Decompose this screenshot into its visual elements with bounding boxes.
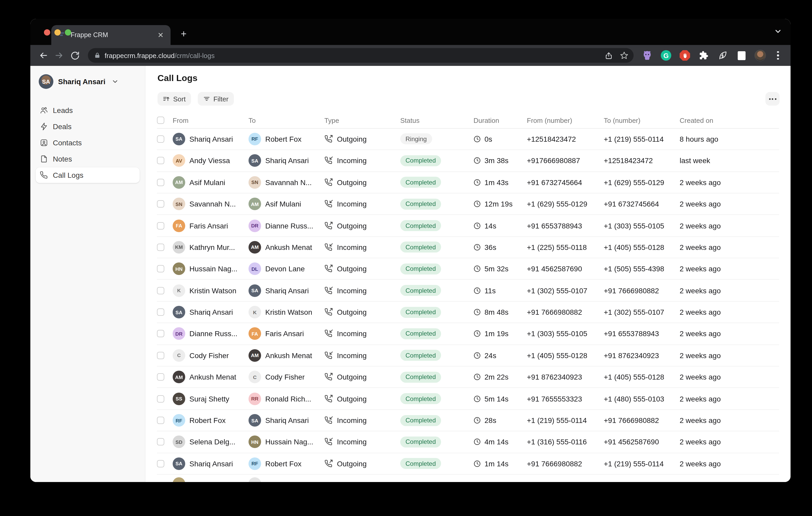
more-options-button[interactable] [765,92,780,105]
from-cell: CCody Fisher [173,349,249,362]
row-checkbox[interactable] [157,287,164,294]
row-checkbox[interactable] [157,460,164,467]
row-checkbox[interactable] [157,244,164,251]
call-type-cell: Outgoing [324,135,400,143]
created-on-cell: last week [679,157,779,165]
user-name: Shariq Ansari [58,78,106,86]
call-type-label: Incoming [337,330,367,338]
tab-close-icon[interactable]: ✕ [156,30,165,40]
sort-button[interactable]: Sort [157,92,191,105]
tab-search-chevron-icon[interactable] [774,27,782,35]
call-type-cell: Incoming [324,416,400,425]
extension-grammarly-icon[interactable]: G [660,50,672,61]
extension-github-icon[interactable] [641,50,653,61]
table-row[interactable]: KKristin WatsonSAShariq AnsariIncomingCo… [157,280,779,302]
row-checkbox[interactable] [157,308,164,316]
to-number-cell: +1 (405) 555-0128 [604,243,679,251]
avatar: RF [249,133,261,145]
select-all-checkbox[interactable] [157,117,164,124]
avatar: SA [249,284,261,297]
phone-outgoing-icon [324,265,333,273]
reload-icon[interactable] [68,49,82,62]
extension-puzzle-icon[interactable] [698,50,709,61]
clock-icon [473,135,481,143]
new-tab-button[interactable]: + [177,27,191,41]
row-checkbox[interactable] [157,417,164,424]
sidebar-item-deals[interactable]: Deals [36,119,140,134]
table-row[interactable]: HNHussain Nag...DLDevon LaneOutgoingComp… [157,258,779,280]
minimize-window-button[interactable] [54,29,61,35]
table-row[interactable]: DRDianne Russ...FAFaris AnsariIncomingCo… [157,323,779,345]
table-row[interactable]: FAFaris AnsariDRDianne Russ...OutgoingCo… [157,215,779,237]
call-type-label: Outgoing [337,308,367,316]
row-checkbox[interactable] [157,222,164,229]
row-checkbox[interactable] [157,395,164,402]
table-row[interactable]: SAShariq AnsariRFRobert FoxOutgoingCompl… [157,453,779,475]
forward-icon[interactable] [52,49,66,62]
avatar: AM [249,198,261,210]
extension-adblock-icon[interactable] [679,50,691,61]
window-controls [44,29,71,35]
call-type-label: Incoming [337,157,367,165]
duration-cell: 36s [473,243,527,251]
browser-profile-avatar[interactable] [754,50,766,61]
table-row[interactable]: CCody FisherAMAnkush MenatIncomingComple… [157,345,779,366]
table-row[interactable]: KMKathryn Mur...AMAnkush MenatIncomingCo… [157,237,779,258]
row-checkbox[interactable] [157,352,164,359]
bookmark-star-icon[interactable] [620,51,628,60]
row-checkbox[interactable] [157,157,164,164]
table-row[interactable]: SAShariq AnsariKKristin WatsonOutgoingCo… [157,302,779,323]
clock-icon [473,179,481,186]
table-row[interactable]: SNSavannah N...AMAsif MulaniIncomingComp… [157,193,779,215]
extension-sidebar-icon[interactable] [735,50,747,61]
to-number-cell: +91 6732745664 [604,200,679,208]
phone-incoming-icon [324,243,333,251]
person-name: Suraj Shetty [190,394,229,403]
duration-cell: 3m 38s [473,157,527,165]
table-row[interactable]: RFRobert FoxSAShariq AnsariIncomingCompl… [157,410,779,431]
browser-menu-icon[interactable] [773,50,783,61]
table-row[interactable]: SAShariq AnsariRFRobert FoxOutgoingRingi… [157,129,779,150]
call-type-cell: Outgoing [324,308,400,316]
share-icon[interactable] [605,52,613,59]
sidebar-item-leads[interactable]: Leads [36,102,140,118]
back-icon[interactable] [37,49,50,62]
call-type-cell: Outgoing [324,373,400,381]
row-checkbox[interactable] [157,438,164,446]
table-row[interactable]: SSSuraj ShettyRRRonald Rich...OutgoingCo… [157,388,779,410]
table-row[interactable]: AMAnkush MenatCCody FisherOutgoingComple… [157,366,779,388]
row-checkbox[interactable] [157,200,164,208]
sidebar-item-label: Contacts [53,139,82,147]
row-checkbox[interactable] [157,330,164,337]
table-row[interactable]: SDSelena Delg...HNHussain Nag...Incoming… [157,431,779,453]
duration-cell: 14s [473,221,527,230]
close-window-button[interactable] [44,29,50,35]
table-row[interactable]: AMAsif MulaniSNSavannah N...OutgoingComp… [157,172,779,193]
to-cell: RFRobert Fox [249,457,324,470]
avatar: K [249,306,261,318]
sidebar-item-notes[interactable]: Notes [36,151,140,167]
person-name: Faris Ansari [265,330,304,338]
sidebar-item-call-logs[interactable]: Call Logs [36,167,140,183]
created-on-cell: 2 weeks ago [679,438,779,446]
avatar: SD [173,436,185,448]
zoom-window-button[interactable] [65,29,71,35]
filter-button[interactable]: Filter [198,92,234,105]
duration-cell: 1m 14s [473,459,527,468]
row-checkbox[interactable] [157,179,164,186]
created-on-cell: 2 weeks ago [679,286,779,295]
duration-value: 5m 14s [485,394,509,403]
status-badge: Completed [400,371,441,383]
user-menu[interactable]: SA Shariq Ansari [36,72,140,91]
row-checkbox[interactable] [157,373,164,381]
address-bar[interactable]: frappecrm.frappe.cloud/crm/call-logs [88,48,634,63]
row-checkbox[interactable] [157,265,164,273]
sidebar-item-contacts[interactable]: Contacts [36,135,140,151]
page-title: Call Logs [157,73,779,84]
table-row[interactable]: AVAndy ViessaSAShariq AnsariIncomingComp… [157,150,779,172]
call-type-label: Outgoing [337,135,367,143]
table-row-partial[interactable] [157,475,779,482]
row-checkbox[interactable] [157,135,164,143]
to-cell: RFRobert Fox [249,133,324,145]
extension-leaf-icon[interactable] [717,50,728,61]
